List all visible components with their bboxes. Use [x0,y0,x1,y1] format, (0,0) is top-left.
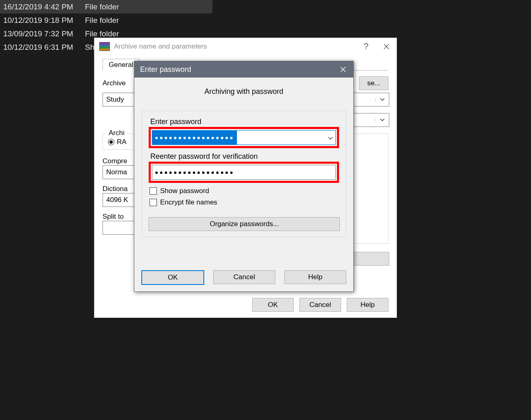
password-value: ●●●●●●●●●●●●●●●●● [152,131,237,144]
highlight-box: ●●●●●●●●●●●●●●●●● [149,162,339,183]
radio-dot-icon [108,139,114,145]
password-subtitle: Archiving with password [142,87,346,96]
organize-passwords-button[interactable]: Organize passwords... [149,217,340,231]
enter-password-dialog: Enter password Archiving with password E… [134,61,354,292]
file-date: 13/09/2019 7:32 PM [0,29,85,38]
file-date: 16/12/2019 4:42 PM [0,2,85,11]
winrar-icon [99,42,110,51]
archive-dialog-buttons: OK Cancel Help [94,298,397,312]
file-date: 10/12/2019 9:18 PM [0,16,85,25]
file-date: 10/12/2019 6:31 PM [0,43,85,52]
chevron-down-icon[interactable] [328,133,333,142]
archive-titlebar[interactable]: Archive name and parameters ? [94,38,397,55]
password-title: Enter password [140,65,191,74]
help-icon[interactable]: ? [356,41,376,52]
archive-ok-button[interactable]: OK [252,298,294,312]
archive-help-button[interactable]: Help [347,298,388,312]
password-help-button[interactable]: Help [284,270,346,284]
enter-password-label: Enter password [150,118,339,126]
close-icon[interactable] [333,61,353,78]
archive-name-label: Archive [103,79,126,87]
reenter-password-input[interactable]: ●●●●●●●●●●●●●●●●● [152,165,336,180]
close-icon[interactable] [376,44,397,49]
checkbox-icon [149,187,157,195]
file-row[interactable]: 16/12/2019 4:42 PM File folder [0,0,212,13]
file-type: File folder [85,2,167,11]
password-cancel-button[interactable]: Cancel [213,270,275,284]
password-ok-button[interactable]: OK [141,270,204,285]
show-password-checkbox[interactable]: Show password [149,187,339,195]
archive-title: Archive name and parameters [114,42,356,51]
password-dialog-buttons: OK Cancel Help [134,270,353,285]
file-type: File folder [85,16,167,25]
file-type: File folder [85,29,167,38]
password-titlebar[interactable]: Enter password [134,61,353,78]
browse-button[interactable]: se... [359,76,388,90]
password-input[interactable]: ●●●●●●●●●●●●●●●●● [152,130,336,145]
reenter-password-label: Reenter password for verification [150,152,339,161]
password-panel: Enter password ●●●●●●●●●●●●●●●●● Reenter… [142,111,346,237]
checkbox-icon [149,199,157,206]
highlight-box: ●●●●●●●●●●●●●●●●● [149,127,339,148]
chevron-down-icon[interactable] [375,98,389,101]
chevron-down-icon[interactable] [375,118,389,122]
encrypt-filenames-checkbox[interactable]: Encrypt file names [149,198,339,207]
archive-cancel-button[interactable]: Cancel [299,298,341,312]
reenter-password-value: ●●●●●●●●●●●●●●●●● [155,169,234,176]
file-row[interactable]: 10/12/2019 9:18 PM File folder [0,13,212,27]
